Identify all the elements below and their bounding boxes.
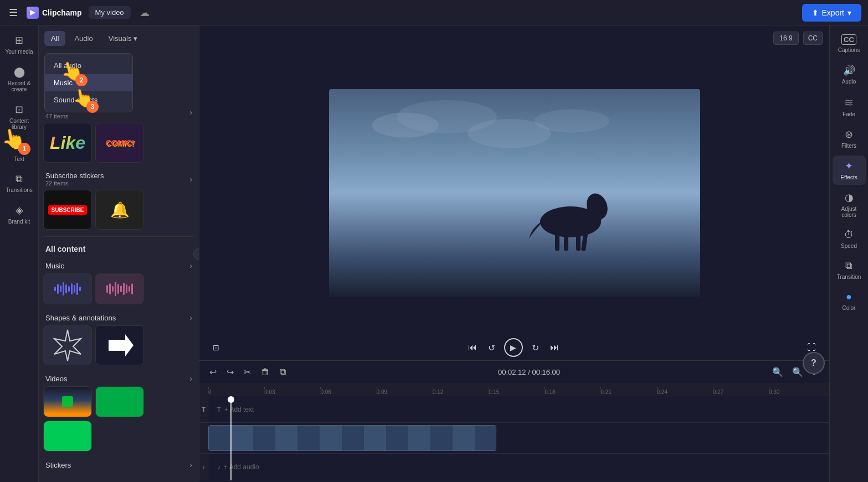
shapes-items — [43, 325, 194, 370]
section-subscribe-header[interactable]: Subscribe stickers 22 items › — [43, 167, 194, 190]
sidebar-item-speed[interactable]: ⏱ Speed — [833, 225, 866, 253]
your-media-label: Your media — [5, 49, 33, 55]
sidebar-item-color[interactable]: ● Color — [833, 287, 866, 315]
sidebar-item-audio[interactable]: 🔊 Audio — [833, 60, 866, 89]
screenshot-button[interactable]: ⊡ — [210, 341, 222, 354]
record-label: Record & create — [5, 80, 34, 92]
effects-chevron: › — [189, 108, 192, 117]
color-label: Color — [843, 305, 856, 311]
sidebar-item-adjust-colors[interactable]: ◑ Adjust colors — [833, 187, 866, 222]
stickers-chevron: › — [189, 460, 192, 469]
dropdown-sound-effects[interactable]: Sound effects — [45, 91, 132, 108]
effects-label: Effects — [840, 174, 857, 180]
waveform-2 — [102, 282, 137, 296]
redo-button[interactable]: ↪ — [223, 365, 237, 379]
rewind-button[interactable]: ↺ — [486, 340, 497, 355]
bell-sticker-thumb[interactable]: 🔔 — [95, 190, 144, 230]
video-frame — [329, 89, 700, 297]
timeline-time-display: 00:02.12 / 00:16.00 — [292, 368, 766, 376]
current-time: 00:02.12 — [498, 368, 526, 376]
audio-track-content[interactable]: ♪ + Add audio — [208, 454, 829, 480]
skip-forward-button[interactable]: ⏭ — [548, 340, 561, 355]
section-videos-header[interactable]: Videos › — [43, 370, 194, 386]
ruler-mark-6: 0:06 — [320, 389, 376, 395]
dropdown-all-audio[interactable]: All audio — [45, 57, 132, 74]
adjust-colors-icon: ◑ — [845, 191, 854, 204]
arrow-thumb[interactable] — [95, 325, 144, 365]
sidebar-item-fade[interactable]: ≋ Fade — [833, 91, 866, 122]
text-track-content[interactable]: T + Add text — [208, 396, 829, 422]
sidebar-item-captions[interactable]: CC Captions — [833, 30, 866, 58]
video-title[interactable]: My video — [89, 6, 131, 19]
video-clip[interactable] — [208, 425, 496, 451]
forward-button[interactable]: ↻ — [530, 340, 541, 355]
comic-sticker-thumb[interactable]: COMIC! — [95, 123, 144, 163]
timeline-section: ↩ ↪ ✂ 🗑 ⧉ 00:02.12 / 00:16.00 🔍 🔍 ⤢ — [199, 360, 829, 482]
tab-visuals[interactable]: Visuals ▾ — [102, 31, 145, 46]
visuals-chevron: ▾ — [133, 34, 137, 43]
section-shapes-header[interactable]: Shapes & annotations › — [43, 309, 194, 325]
sidebar-item-effects[interactable]: ✦ Effects — [833, 156, 866, 185]
audio-track-row: ♪ ♪ + Add audio — [199, 454, 829, 480]
brand-kit-icon: ◈ — [16, 204, 23, 216]
audio-track-icon: ♪ — [202, 464, 206, 470]
sidebar-item-filters[interactable]: ⊛ Filters — [833, 124, 866, 153]
tab-all[interactable]: All — [44, 31, 65, 46]
music-thumb-2[interactable] — [95, 273, 144, 304]
dropdown-music[interactable]: Music — [45, 74, 132, 91]
sidebar-item-content-library[interactable]: ⊡ Content library — [3, 99, 36, 134]
like-sticker-thumb[interactable]: Like — [43, 123, 92, 163]
comic-sticker-preview: COMIC! — [105, 138, 133, 147]
sidebar-item-your-media[interactable]: ⊞ Your media — [3, 30, 36, 59]
horse-silhouette — [515, 178, 626, 255]
starburst-thumb[interactable] — [43, 325, 92, 365]
export-icon: ⬆ — [812, 8, 819, 17]
cut-button[interactable]: ✂ — [240, 365, 254, 379]
sidebar-item-brand-kit[interactable]: ◈ Brand kit — [3, 200, 36, 229]
sidebar-item-transitions[interactable]: ⧉ Transitions — [3, 169, 36, 198]
zoom-out-button[interactable]: 🔍 — [769, 365, 787, 379]
video-thumb-night[interactable] — [43, 386, 92, 417]
svg-marker-0 — [30, 10, 35, 15]
arrow-svg — [103, 329, 136, 362]
skip-back-button[interactable]: ⏮ — [466, 340, 479, 355]
ruler-mark-12: 0:12 — [433, 389, 489, 395]
timeline-body: 0 0:03 0:06 0:09 0:12 0:15 0:18 0:21 0:2… — [199, 383, 829, 480]
app-name: Clipchamp — [42, 8, 82, 17]
delete-button[interactable]: 🗑 — [258, 365, 273, 379]
app-logo: Clipchamp — [27, 7, 82, 19]
aspect-ratio-button[interactable]: 16:9 — [773, 32, 798, 45]
ruler-mark-27: 0:27 — [713, 389, 769, 395]
ruler-mark-24: 0:24 — [657, 389, 713, 395]
menu-icon[interactable]: ☰ — [7, 4, 20, 21]
video-track-content[interactable] — [208, 423, 829, 453]
tab-audio[interactable]: Audio — [68, 31, 99, 46]
subscribe-btn-thumb[interactable]: SUBSCRIBE — [43, 190, 92, 230]
subscribe-chevron: › — [189, 175, 192, 184]
video-thumb-green2[interactable] — [43, 421, 92, 452]
section-music-header[interactable]: Music › — [43, 257, 194, 273]
svg-point-6 — [534, 109, 609, 132]
fade-label: Fade — [843, 111, 855, 117]
sidebar-item-text[interactable]: T Text — [3, 137, 36, 167]
transition-label: Transition — [837, 274, 861, 280]
export-button[interactable]: ⬆ Export ▾ — [802, 4, 861, 22]
section-stickers-header[interactable]: Stickers › — [43, 456, 194, 473]
undo-button[interactable]: ↩ — [206, 365, 220, 379]
music-thumb-1[interactable] — [43, 273, 92, 304]
transitions-label: Transitions — [6, 187, 33, 193]
text-track-row: T T + Add text — [199, 396, 829, 423]
play-button[interactable]: ▶ — [504, 338, 523, 357]
audio-track-label: ♪ — [199, 454, 208, 480]
video-controls: ⊡ ⏮ ↺ ▶ ↻ ⏭ ⛶ — [199, 335, 829, 360]
video-thumb-green1[interactable] — [95, 386, 144, 417]
video-preview — [199, 51, 829, 335]
sidebar-item-transition[interactable]: ⧉ Transition — [833, 256, 866, 284]
svg-rect-11 — [564, 235, 568, 251]
captions-toolbar-button[interactable]: CC — [803, 32, 823, 45]
help-button[interactable]: ? — [803, 352, 825, 374]
duplicate-button[interactable]: ⧉ — [276, 365, 289, 379]
main-layout: ⊞ Your media ⬤ Record & create ⊡ Content… — [0, 25, 868, 482]
sidebar-item-record-create[interactable]: ⬤ Record & create — [3, 61, 36, 97]
audio-icon: 🔊 — [843, 64, 855, 76]
